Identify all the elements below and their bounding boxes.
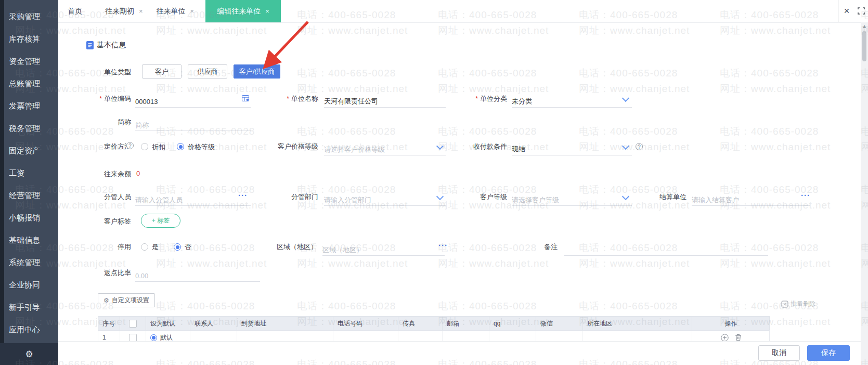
- customer-tag-label: 客户标签: [52, 217, 131, 226]
- settlement-unit-input[interactable]: [692, 194, 810, 206]
- region-input[interactable]: [322, 244, 445, 256]
- unit-code-label: *单位编码: [52, 94, 131, 103]
- tab-home[interactable]: 首页: [58, 0, 92, 22]
- unit-name-label: *单位名称: [234, 94, 318, 103]
- delete-row-icon[interactable]: [735, 334, 742, 341]
- customer-price-level-label: 客户价格等级: [234, 142, 318, 151]
- unit-type-supplier-button[interactable]: 供应商: [188, 64, 227, 79]
- tab-label: 编辑往来单位: [217, 7, 261, 16]
- sidebar-item-collaboration[interactable]: 企业协同: [0, 273, 58, 296]
- sidebar-item-tax[interactable]: 税务管理: [0, 117, 58, 139]
- settlement-unit-label: 结算单位: [634, 192, 686, 202]
- rebate-rate-input[interactable]: [135, 270, 260, 282]
- select-all-checkbox[interactable]: [129, 320, 137, 328]
- payment-terms-select[interactable]: [512, 144, 632, 155]
- row-checkbox[interactable]: [129, 334, 137, 342]
- sidebar-edge-strip: [0, 0, 4, 365]
- header-qq: qq: [489, 317, 536, 330]
- watermark-cell: 电话：400-665-0028网址：www.chanjet.net: [297, 66, 408, 97]
- short-name-input[interactable]: [135, 119, 251, 131]
- pricing-discount-radio[interactable]: [141, 143, 148, 150]
- customer-level-select[interactable]: [512, 194, 632, 206]
- add-tag-button[interactable]: + 标签: [141, 214, 180, 228]
- sidebar-item-fixed-assets[interactable]: 固定资产: [0, 139, 58, 162]
- department-label: 分管部门: [234, 192, 318, 202]
- customer-level-label: 客户等级: [426, 192, 507, 202]
- disabled-yes-label[interactable]: 是: [152, 242, 159, 252]
- remark-input[interactable]: [564, 244, 768, 256]
- contacts-table-header: 序号 设为默认 联系人 到货地址 电话号码 传真 邮箱 qq 微信 所在地区 操…: [98, 316, 770, 330]
- tab-edit-partner[interactable]: 编辑往来单位 ×: [205, 0, 281, 22]
- watermark-cell: 电话：400-665-0028网址：www.chanjet.net: [579, 66, 690, 97]
- sidebar-item-expense[interactable]: 小畅报销: [0, 206, 58, 229]
- header-phone: 电话号码: [333, 317, 398, 330]
- fullscreen-icon[interactable]: [854, 0, 868, 22]
- save-button[interactable]: 保存: [807, 345, 850, 361]
- unit-type-customer-button[interactable]: 客户: [142, 64, 182, 79]
- pricing-price-level-radio[interactable]: [177, 143, 184, 150]
- sidebar-item-inventory[interactable]: 库存核算: [0, 28, 58, 50]
- unit-code-input[interactable]: [135, 96, 251, 108]
- required-mark: *: [99, 95, 102, 102]
- scrollbar-thumb[interactable]: [862, 31, 866, 61]
- header-set-default: 设为默认: [146, 317, 190, 330]
- help-icon[interactable]: ?: [126, 142, 134, 149]
- tab-label: 首页: [68, 7, 82, 16]
- cancel-button[interactable]: 取消: [758, 345, 800, 361]
- sidebar-item-operations[interactable]: 经营管理: [0, 184, 58, 206]
- disabled-label: 停用: [52, 242, 131, 252]
- add-row-icon[interactable]: [721, 334, 729, 342]
- custom-field-settings-button[interactable]: ⚙ 自定义项设置: [98, 293, 155, 307]
- unit-type-customer-supplier-button[interactable]: 客户/供应商: [234, 64, 280, 79]
- ellipsis-picker-icon[interactable]: ···: [801, 191, 810, 200]
- sidebar-item-system[interactable]: 系统管理: [0, 251, 58, 273]
- sidebar-item-ledger[interactable]: 总账管理: [0, 72, 58, 95]
- pricing-method-label: 定价方法: [52, 142, 131, 151]
- default-label: 默认: [160, 333, 173, 342]
- tab-opening-balance[interactable]: 往来期初 ×: [105, 0, 143, 22]
- unit-type-label: 单位类型: [52, 68, 131, 77]
- default-radio[interactable]: [150, 334, 157, 341]
- remark-label: 备注: [520, 242, 558, 252]
- sidebar-item-payroll[interactable]: 工资: [0, 162, 58, 184]
- header-wechat: 微信: [536, 317, 583, 330]
- required-mark: *: [287, 95, 289, 102]
- contacts-table: 序号 设为默认 联系人 到货地址 电话号码 传真 邮箱 qq 微信 所在地区 操…: [98, 316, 770, 345]
- sidebar: 采购管理 库存核算 资金管理 总账管理 发票管理 税务管理 固定资产 工资 经营…: [0, 0, 58, 365]
- header-contact: 联系人: [190, 317, 237, 330]
- sidebar-item-basic-info[interactable]: 基础信息: [0, 229, 58, 251]
- unit-category-select[interactable]: [512, 96, 632, 108]
- disabled-no-radio[interactable]: [174, 243, 181, 251]
- tab-close-icon[interactable]: ×: [265, 7, 269, 15]
- tab-close-icon[interactable]: ×: [190, 7, 195, 15]
- batch-delete-button[interactable]: 批量删除: [781, 299, 815, 308]
- batch-delete-icon: [781, 301, 788, 308]
- pricing-discount-label[interactable]: 折扣: [152, 142, 165, 152]
- sidebar-item-guide[interactable]: 新手引导: [0, 296, 58, 318]
- rebate-rate-label: 返点比率: [52, 268, 131, 278]
- watermark-cell: 电话：400-665-0028网址：www.chanjet.net: [438, 66, 549, 97]
- manager-label: 分管人员: [52, 192, 131, 202]
- sidebar-item-funds[interactable]: 资金管理: [0, 50, 58, 72]
- tab-partners[interactable]: 往来单位 ×: [157, 0, 195, 22]
- tab-close-icon[interactable]: ×: [139, 7, 143, 15]
- help-icon[interactable]: ?: [636, 143, 643, 150]
- header-checkbox-cell: [120, 317, 146, 330]
- settings-gear-icon[interactable]: ⚙: [25, 349, 33, 359]
- ellipsis-picker-icon[interactable]: ···: [438, 241, 448, 250]
- sidebar-item-invoice[interactable]: 发票管理: [0, 95, 58, 117]
- balance-value: 0: [136, 170, 140, 177]
- sidebar-item-purchase[interactable]: 采购管理: [0, 5, 58, 28]
- disabled-yes-radio[interactable]: [141, 243, 148, 251]
- manager-input[interactable]: [135, 194, 251, 206]
- scroll-up-arrow-icon[interactable]: ▲: [861, 24, 868, 29]
- sidebar-item-app-center[interactable]: 应用中心: [0, 318, 58, 341]
- tab-label: 往来期初: [105, 7, 134, 16]
- required-mark: *: [475, 95, 478, 102]
- disabled-no-label[interactable]: 否: [185, 242, 191, 252]
- unit-category-label: *单位分类: [426, 94, 507, 103]
- close-icon[interactable]: ×: [838, 0, 854, 22]
- watermark-cell: 电话：400-665-0028网址：www.chanjet.net: [720, 124, 831, 155]
- pricing-price-level-label[interactable]: 价格等级: [188, 142, 215, 152]
- sidebar-bottom-bar: ⚙: [0, 343, 58, 365]
